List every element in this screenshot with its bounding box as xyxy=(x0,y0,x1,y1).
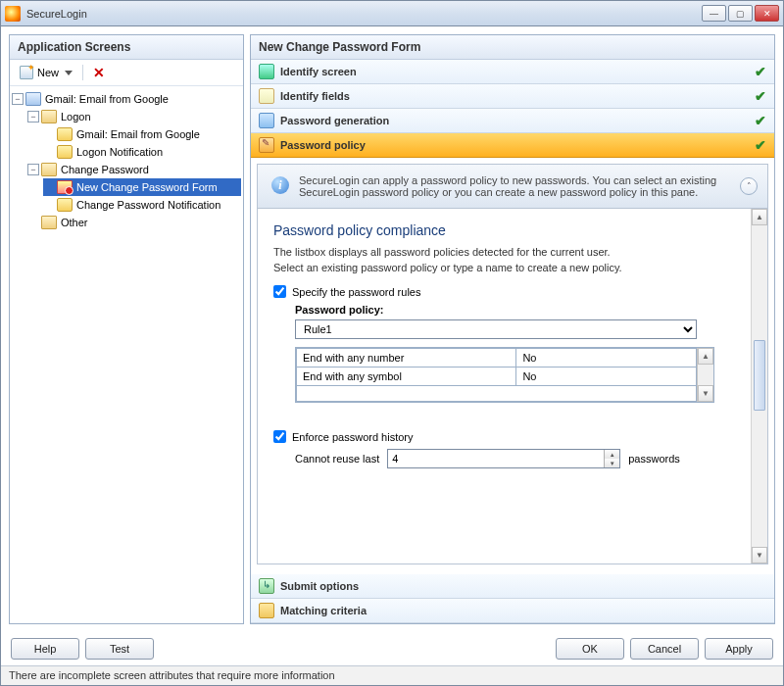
tree-item-gmail-root[interactable]: − Gmail: Email from Google xyxy=(12,90,241,108)
specify-rules-checkbox[interactable] xyxy=(273,285,286,298)
table-row[interactable]: End with any symbol No xyxy=(297,368,697,386)
tree-label: Other xyxy=(61,217,88,228)
maximize-button[interactable]: ▢ xyxy=(728,5,753,22)
history-input[interactable] xyxy=(388,450,604,467)
step-label: Identify fields xyxy=(280,90,755,102)
password-policy-content: i SecureLogin can apply a password polic… xyxy=(251,158,774,570)
screen-icon xyxy=(57,145,73,159)
tree-label: Change Password Notification xyxy=(76,199,220,211)
enforce-history-checkbox-row[interactable]: Enforce password history xyxy=(273,430,735,443)
info-text: SecureLogin can apply a password policy … xyxy=(299,174,730,198)
tree-label: Gmail: Email from Google xyxy=(45,93,169,105)
new-button[interactable]: New xyxy=(16,64,76,81)
policy-block: Password policy: Rule1 End with any numb… xyxy=(295,304,735,403)
history-post-label: passwords xyxy=(628,453,680,465)
expand-icon[interactable]: − xyxy=(12,93,24,105)
status-bar: There are incomplete screen attributes t… xyxy=(1,665,783,685)
compliance-desc1: The listbox displays all password polici… xyxy=(273,246,735,258)
spin-down-button[interactable]: ▼ xyxy=(605,459,619,467)
policy-scroll-area: Password policy compliance The listbox d… xyxy=(257,209,768,564)
minimize-button[interactable]: — xyxy=(702,5,726,22)
right-panel: New Change Password Form Identify screen… xyxy=(250,34,775,624)
enforce-history-checkbox[interactable] xyxy=(273,430,286,443)
scroll-up-button[interactable]: ▲ xyxy=(752,209,767,225)
check-icon: ✔ xyxy=(755,88,766,104)
policy-select[interactable]: Rule1 xyxy=(295,319,697,339)
ok-button[interactable]: OK xyxy=(556,638,624,660)
toolbar-separator xyxy=(82,65,83,80)
rule-name: End with any number xyxy=(297,349,516,368)
password-policy-icon xyxy=(259,137,274,153)
scroll-down-button[interactable]: ▼ xyxy=(698,385,713,402)
test-button[interactable]: Test xyxy=(85,638,154,660)
leaf-spacer xyxy=(43,128,55,140)
tree-item-other[interactable]: Other xyxy=(27,214,241,231)
expand-icon[interactable]: − xyxy=(27,111,39,122)
expand-icon[interactable]: − xyxy=(27,164,39,175)
table-row xyxy=(297,386,697,402)
help-button[interactable]: Help xyxy=(11,638,79,660)
tree-item-logon-notif[interactable]: Logon Notification xyxy=(43,143,241,161)
identify-fields-icon xyxy=(259,88,274,104)
folder-icon xyxy=(41,216,57,229)
screen-icon xyxy=(57,127,73,141)
step-label: Password generation xyxy=(280,115,755,126)
application-tree[interactable]: − Gmail: Email from Google − Logon xyxy=(10,86,243,623)
collapse-button[interactable]: ˄ xyxy=(740,177,758,195)
specify-rules-checkbox-row[interactable]: Specify the password rules xyxy=(273,285,735,298)
scroll-down-button[interactable]: ▼ xyxy=(752,547,767,564)
step-submit-options[interactable]: Submit options xyxy=(251,574,774,599)
tree-item-change-pw-notif[interactable]: Change Password Notification xyxy=(43,196,241,214)
delete-button[interactable]: ✕ xyxy=(89,64,109,81)
history-spinner[interactable]: ▲ ▼ xyxy=(387,449,620,468)
tree-label: Logon Notification xyxy=(76,146,163,158)
rules-table: End with any number No End with any symb… xyxy=(296,348,697,402)
history-pre-label: Cannot reuse last xyxy=(295,453,379,465)
step-label: Password policy xyxy=(280,139,755,151)
step-matching-criteria[interactable]: Matching criteria xyxy=(251,599,774,623)
window-body: Application Screens New ✕ − xyxy=(1,26,783,685)
history-row: Cannot reuse last ▲ ▼ passwords xyxy=(295,449,735,468)
spin-up-button[interactable]: ▲ xyxy=(605,450,619,459)
new-button-label: New xyxy=(37,67,59,78)
rules-scrollbar[interactable]: ▲ ▼ xyxy=(697,348,713,402)
app-screen-icon xyxy=(25,92,41,106)
scroll-up-button[interactable]: ▲ xyxy=(698,348,713,365)
app-window: SecureLogin — ▢ ✕ Application Screens Ne… xyxy=(0,0,784,686)
table-row[interactable]: End with any number No xyxy=(297,349,697,368)
rule-value: No xyxy=(516,349,697,368)
matching-criteria-icon xyxy=(259,603,274,618)
leaf-spacer xyxy=(43,199,55,211)
apply-button[interactable]: Apply xyxy=(705,638,773,660)
tree-item-logon[interactable]: − Logon xyxy=(27,108,241,125)
password-generation-icon xyxy=(259,113,274,128)
tree-item-change-pw[interactable]: − Change Password xyxy=(27,161,241,178)
identify-screen-icon xyxy=(259,64,274,79)
main-split: Application Screens New ✕ − xyxy=(1,26,783,632)
info-icon: i xyxy=(271,176,289,194)
main-scrollbar[interactable]: ▲ ▼ xyxy=(751,209,767,564)
tree-label: Change Password xyxy=(61,164,149,175)
scroll-thumb[interactable] xyxy=(754,340,765,411)
close-button[interactable]: ✕ xyxy=(755,5,779,22)
tree-item-logon-form[interactable]: Gmail: Email from Google xyxy=(43,125,241,143)
step-password-policy[interactable]: Password policy ✔ xyxy=(251,133,774,158)
step-password-generation[interactable]: Password generation ✔ xyxy=(251,109,774,133)
step-identify-screen[interactable]: Identify screen ✔ xyxy=(251,60,774,84)
check-icon: ✔ xyxy=(755,137,766,153)
spinner-buttons[interactable]: ▲ ▼ xyxy=(604,450,619,467)
status-text: There are incomplete screen attributes t… xyxy=(9,669,335,681)
compliance-desc2: Select an existing password policy or ty… xyxy=(273,262,735,273)
check-icon: ✔ xyxy=(755,64,766,79)
right-body: Identify screen ✔ Identify fields ✔ Pass… xyxy=(251,60,774,623)
left-toolbar: New ✕ xyxy=(10,60,243,86)
policy-scroll-content: Password policy compliance The listbox d… xyxy=(258,209,751,564)
leaf-spacer xyxy=(43,146,55,158)
cancel-button[interactable]: Cancel xyxy=(630,638,699,660)
tree-label: Logon xyxy=(61,111,91,122)
step-identify-fields[interactable]: Identify fields ✔ xyxy=(251,84,774,109)
app-icon xyxy=(5,6,21,22)
tree-item-new-change-pw-form[interactable]: New Change Password Form xyxy=(43,178,241,196)
tree-label: Gmail: Email from Google xyxy=(76,128,200,140)
rules-listbox[interactable]: End with any number No End with any symb… xyxy=(295,347,714,403)
